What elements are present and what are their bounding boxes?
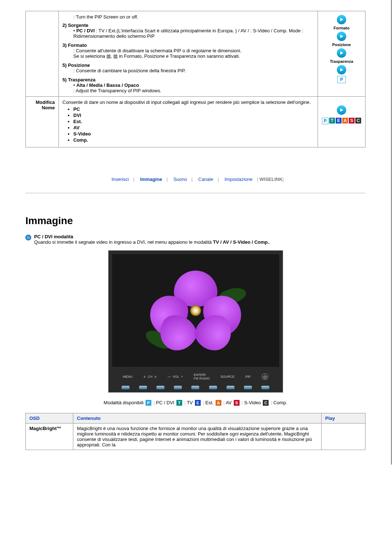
list-item: PC	[73, 106, 314, 112]
monitor-btn: — VOL +	[168, 375, 183, 378]
pip-trasp-bullet: Alta / Media / Bassa / Opaco	[76, 82, 139, 88]
list-item: S-Video	[73, 131, 314, 137]
modifica-nome-body: Consente di dare un nome ai dispositivi …	[59, 97, 318, 147]
pip-sorgente-h: 2) Sorgente	[62, 23, 89, 28]
pteasc-row: PTEASC	[322, 118, 362, 124]
tab-wiselink[interactable]: WISELINK	[260, 177, 283, 182]
mode-heading: PC / DVI modalità	[34, 234, 73, 239]
modifica-list: PCDVIEst.AVS-VideoComp.	[73, 106, 314, 143]
menu-tabs: Inserisci| Immagine| Suono| Canale| Impo…	[25, 177, 366, 182]
mode-tag-C: C	[355, 118, 361, 123]
pip-formato-body: : Consente all'utente di disattivare la …	[62, 48, 314, 59]
pip-icons-cell: Formato Posizione Trasparenza P	[318, 11, 366, 97]
osd-row-label: MagicBright™	[26, 424, 73, 450]
monitor-btn: SOURCE	[221, 375, 235, 378]
svg-marker-4	[340, 108, 343, 112]
modifica-nome-label: ModificaNome	[26, 97, 59, 147]
tab-immagine[interactable]: Immagine	[140, 177, 162, 182]
monitor-btn: PIP	[245, 375, 251, 378]
flower-image	[148, 271, 243, 351]
pip-sorgente-bullet: PC / DVI	[76, 28, 95, 33]
section-title: Immagine	[25, 215, 366, 227]
monitor-btn: ∨ CH ∧	[143, 375, 157, 378]
mode-tag-S: S	[234, 400, 240, 406]
mode-tag-T: T	[329, 118, 335, 123]
tab-canale[interactable]: Canale	[198, 177, 213, 182]
monitor-screenshot: MENU∨ CH ∧— VOL +ENTER/ FM RADIOSOURCEPI…	[108, 250, 283, 393]
play-icon	[337, 65, 346, 74]
osd-header-play: Play	[322, 413, 366, 424]
osd-header-osd: OSD	[26, 413, 73, 424]
available-modes: Modalità disponibili P : PC / DVI T : TV…	[25, 400, 366, 406]
pip-table: : Turn the PIP Screen on or off. 2) Sorg…	[25, 11, 366, 147]
mode-tag-P: P	[322, 118, 328, 124]
mode-tag-C: C	[263, 400, 269, 406]
play-icon	[337, 48, 346, 58]
indicator-row	[112, 383, 279, 392]
icon-label-posizione: Posizione	[332, 42, 351, 47]
osd-header-content: Contenuto	[73, 413, 322, 424]
svg-marker-1	[340, 35, 343, 38]
list-item: Comp.	[73, 137, 314, 143]
monitor-btn: ENTER/ FM RADIO	[194, 373, 210, 380]
tab-suono[interactable]: Suono	[173, 177, 187, 182]
pip-sorgente-body: : TV / Ext.(L'interfaccia Scart è utiliz…	[73, 28, 303, 39]
divider	[25, 193, 366, 193]
modifica-icons-cell: PTEASC	[318, 97, 366, 147]
svg-marker-3	[340, 68, 343, 72]
icon-label-trasparenza: Trasparenza	[330, 59, 353, 64]
play-icon	[337, 15, 346, 24]
mode-tag-S: S	[349, 118, 355, 123]
mode-tag-A: A	[216, 400, 221, 406]
osd-table: OSD Contenuto Play MagicBright™ MagicBri…	[25, 413, 366, 450]
p-tag-icon: P	[337, 76, 346, 83]
mode-body-bold: TV / AV / S-Video / Comp.	[213, 239, 269, 245]
pip-trasp-h: 5) Trasparenza	[62, 77, 95, 82]
icon-label-formato: Formato	[334, 26, 350, 30]
play-icon	[337, 32, 346, 41]
list-item: Est.	[73, 119, 314, 124]
pip-posizione-h: 5) Posizione	[62, 62, 90, 68]
pip-trasp-body: : Adjust the Transparency of PIP windows…	[62, 88, 314, 93]
mode-tag-P: P	[146, 400, 151, 406]
power-icon: ⏻	[262, 373, 268, 380]
mode-tag-A: A	[342, 118, 348, 123]
osd-row-play	[322, 424, 366, 450]
monitor-btn: MENU	[123, 375, 132, 378]
pip-content-cell: : Turn the PIP Screen on or off. 2) Sorg…	[59, 11, 318, 97]
svg-marker-2	[340, 51, 343, 55]
list-item: AV	[73, 125, 314, 130]
play-icon	[337, 105, 346, 115]
pip-turn: : Turn the PIP Screen on or off.	[62, 14, 314, 20]
pip-posizione-body: : Consente di cambiare la posizione dell…	[62, 68, 314, 73]
osd-row-body: MagicBright è una nuova funzione che for…	[73, 424, 322, 450]
mode-tag-T: T	[176, 400, 182, 406]
list-item: DVI	[73, 113, 314, 118]
mode-body-1: Quando si immette il segnale video in in…	[34, 239, 213, 245]
mode-tag-E: E	[195, 400, 201, 406]
monitor-button-bar: MENU∨ CH ∧— VOL +ENTER/ FM RADIOSOURCEPI…	[112, 370, 279, 383]
svg-marker-0	[340, 18, 343, 21]
mode-note: PC / DVI modalità Quando si immette il s…	[25, 234, 366, 245]
pip-formato-h: 3) Formato	[62, 42, 87, 48]
tab-inserisci[interactable]: Inserisci	[111, 177, 129, 182]
info-icon	[25, 235, 31, 240]
mode-tag-E: E	[336, 118, 342, 123]
mode-body-2: .	[269, 239, 270, 245]
tab-impostazione[interactable]: Impostazione	[224, 177, 252, 182]
screen-display	[112, 254, 279, 367]
